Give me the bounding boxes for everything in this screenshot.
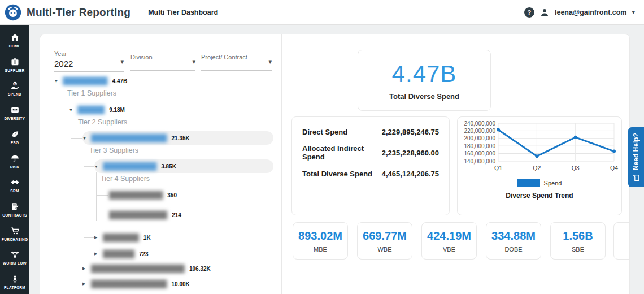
tree-collapse-arrow-icon[interactable]: ▶	[94, 252, 103, 256]
x-tick-label: Q1	[494, 165, 502, 171]
gainfront-logo-icon	[5, 4, 21, 21]
chart-title: Diverse Spend Trend	[458, 192, 621, 200]
sidebar-item-diversity[interactable]: DIVERSITY	[0, 101, 29, 125]
sidebar-item-contracts[interactable]: CONTRACTS	[0, 197, 29, 222]
spend-table-row: Allocated Indirect Spend2,235,228,960.00	[302, 142, 439, 163]
need-help-tab[interactable]: Need Help?	[628, 127, 644, 187]
hand-dollar-icon: $	[10, 81, 20, 90]
data-point[interactable]	[535, 154, 538, 158]
workflow-nodes-icon	[10, 250, 20, 260]
metric-value: 334.88M	[491, 230, 536, 243]
data-point[interactable]	[612, 150, 616, 153]
supplier-name[interactable]: ████████████	[103, 162, 156, 170]
supplier-name[interactable]: ██████	[77, 106, 104, 114]
supplier-name[interactable]: █████████████████	[91, 134, 167, 142]
sidebar-item-supplier[interactable]: SUPPLIER	[0, 53, 29, 77]
tier-label: Tier 3 Suppliers	[89, 144, 138, 157]
sidebar-item-label: RISK	[10, 165, 20, 169]
sidebar-item-workflow[interactable]: WORKFLOW	[0, 246, 29, 270]
question-mark-icon[interactable]: ?	[524, 7, 534, 18]
sidebar-item-risk[interactable]: RISK	[0, 149, 29, 174]
metric-card-sbe[interactable]: 1.56BSBE	[550, 222, 606, 260]
sidebar-item-srm[interactable]: SRM	[0, 173, 29, 197]
metric-label: DOBE	[504, 246, 522, 253]
tree-expand-arrow-icon[interactable]: ▼	[54, 79, 63, 83]
tree-collapse-arrow-icon[interactable]: ▶	[82, 266, 91, 271]
leaf-icon	[10, 129, 20, 139]
supplier-name[interactable]: ██████████	[63, 77, 107, 85]
tree-connector	[71, 138, 82, 139]
people-card-icon	[10, 105, 20, 115]
spend-row-label: Allocated Indirect Spend	[302, 144, 382, 161]
tree-collapse-arrow-icon[interactable]: ▶	[94, 235, 103, 240]
user-menu-caret-icon[interactable]: ▾	[632, 9, 635, 15]
supplier-name[interactable]: ████████	[103, 234, 138, 241]
tree-node-row[interactable]: ▼█████████████████21.35K	[82, 131, 273, 145]
y-tick-label: 140,000,000	[464, 158, 495, 165]
tree-node-row[interactable]: ▶███████723	[94, 248, 149, 260]
supplier-spend-value: 723	[139, 251, 149, 257]
y-tick-label: 240,000,000	[464, 120, 495, 127]
total-diverse-spend-card: 4.47B Total Diverse Spend	[358, 50, 491, 111]
x-tick-label: Q4	[610, 165, 618, 171]
tree-collapse-arrow-icon[interactable]: ▶	[82, 282, 91, 286]
spend-table-row: Direct Spend2,229,895,246.75	[302, 122, 439, 142]
supplier-name[interactable]: ████████████	[109, 191, 162, 199]
tree-connector	[71, 284, 82, 284]
tree-node-row[interactable]: ▶█████████████████10.00K	[82, 278, 190, 290]
supplier-name[interactable]: █████████████████	[91, 280, 167, 288]
metric-label: SBE	[572, 246, 584, 253]
supplier-spend-value: 106.32K	[189, 266, 211, 272]
data-point[interactable]	[574, 136, 577, 139]
dashboard-card: Year 2022 ▾ Division ▾ Project/ Contract…	[40, 34, 630, 294]
rocket-icon	[10, 274, 20, 284]
metric-card-wbe[interactable]: 669.77MWBE	[357, 222, 412, 260]
tree-expand-arrow-icon[interactable]: ▼	[69, 108, 77, 112]
umbrella-icon	[10, 154, 20, 163]
tree-expand-arrow-icon[interactable]: ▼	[82, 136, 91, 140]
need-help-label: Need Help?	[632, 133, 640, 170]
metric-card-dobe[interactable]: 334.88MDOBE	[486, 222, 541, 260]
supplier-spend-value: 3.85K	[161, 163, 176, 170]
contract-pen-icon	[10, 202, 20, 211]
data-point[interactable]	[497, 128, 500, 131]
panel-divider	[281, 34, 282, 294]
tree-connector	[84, 166, 94, 167]
supplier-name[interactable]: █████████████████████	[91, 265, 184, 273]
tree-node-row[interactable]: ▶█████████████████████106.32K	[82, 262, 211, 275]
metric-label: WBE	[377, 246, 391, 253]
sidebar-item-platform[interactable]: PLATFORM	[0, 270, 29, 294]
tree-node-row[interactable]: ████████████350	[109, 189, 177, 201]
sidebar-item-label: PLATFORM	[4, 286, 25, 289]
metric-value: 669.77M	[363, 230, 407, 243]
spend-table-row: Total Diverse Spend4,465,124,206.75	[302, 163, 439, 184]
spend-row-label: Total Diverse Spend	[302, 170, 372, 178]
supplier-spend-value: 4.47B	[112, 78, 128, 84]
tree-node-row[interactable]: ▼██████9.18M	[69, 103, 125, 116]
sidebar-item-purchasing[interactable]: PURCHASING	[0, 222, 29, 246]
user-email[interactable]: leena@gainfront.com	[555, 8, 626, 16]
supplier-name[interactable]: █████████████	[109, 211, 167, 219]
tree-connector	[84, 237, 94, 238]
tree-node-row[interactable]: ▼██████████4.47B	[54, 75, 127, 87]
spend-breakdown-card: Direct Spend2,229,895,246.75Allocated In…	[291, 116, 450, 215]
supplier-name[interactable]: ███████	[103, 250, 134, 258]
tree-connector	[96, 215, 108, 215]
sidebar-item-spend[interactable]: $SPEND	[0, 76, 29, 101]
tree-node-row[interactable]: ▶████████1K	[94, 231, 151, 244]
metric-card-mbe[interactable]: 893.02MMBE	[293, 222, 348, 260]
tier-label: Tier 1 Suppliers	[67, 87, 116, 100]
diverse-spend-trend-card: 240,000,000220,000,000200,000,000180,000…	[457, 116, 622, 215]
sidebar-item-esg[interactable]: ESG	[0, 125, 29, 149]
spend-row-value: 4,465,124,206.75	[382, 170, 439, 178]
tree-connector	[96, 195, 108, 196]
person-icon[interactable]	[539, 7, 550, 18]
breadcrumb: Multi Tier Dashboard	[148, 8, 218, 16]
tree-expand-arrow-icon[interactable]: ▼	[94, 165, 103, 168]
tree-node-row[interactable]: █████████████214	[109, 209, 181, 221]
total-diverse-spend-label: Total Diverse Spend	[389, 92, 459, 101]
tree-node-row[interactable]: ▼████████████3.85K	[94, 159, 273, 173]
sidebar-item-home[interactable]: HOME	[0, 28, 29, 53]
metric-card-vbe[interactable]: 424.19MVBE	[421, 222, 477, 260]
y-tick-label: 220,000,000	[464, 128, 495, 134]
